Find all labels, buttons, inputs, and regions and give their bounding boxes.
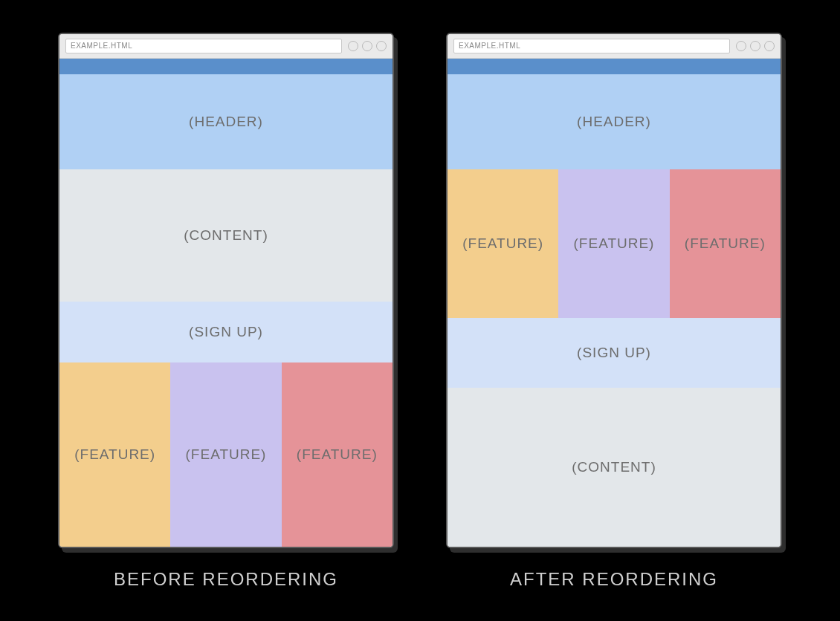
header-section: (HEADER) [59,74,392,169]
header-label: (HEADER) [577,114,651,130]
feature-label: (FEATURE) [574,235,655,252]
content-section: (CONTENT) [448,388,781,547]
window-controls [348,41,387,51]
feature-section-c: (FEATURE) [670,169,781,318]
url-bar[interactable]: EXAMPLE.HTML [65,39,342,53]
signup-section: (SIGN UP) [59,302,392,362]
nav-bar [59,59,392,74]
content-label: (CONTENT) [184,227,268,244]
feature-label: (FEATURE) [186,446,267,463]
window-dot-icon[interactable] [736,41,746,51]
nav-bar [448,59,781,74]
features-row: (FEATURE) (FEATURE) (FEATURE) [448,169,781,318]
before-caption: BEFORE REORDERING [114,569,338,590]
feature-section-b: (FEATURE) [558,169,669,318]
feature-label: (FEATURE) [462,235,543,252]
feature-label: (FEATURE) [74,446,155,463]
feature-label: (FEATURE) [297,446,378,463]
diagram-panels: EXAMPLE.HTML (HEADER) (CONTENT) (SIGN UP… [58,33,782,590]
window-dot-icon[interactable] [348,41,358,51]
feature-section-a: (FEATURE) [448,169,558,318]
before-panel: EXAMPLE.HTML (HEADER) (CONTENT) (SIGN UP… [58,33,394,590]
feature-section-b: (FEATURE) [170,362,281,547]
window-controls [736,41,775,51]
signup-section: (SIGN UP) [448,318,781,388]
page-body: (HEADER) (FEATURE) (FEATURE) (FEATURE) (… [448,74,781,547]
titlebar: EXAMPLE.HTML [59,34,392,59]
content-section: (CONTENT) [59,169,392,302]
window-dot-icon[interactable] [362,41,372,51]
window-dot-icon[interactable] [764,41,775,51]
feature-section-a: (FEATURE) [59,362,170,547]
header-label: (HEADER) [189,114,263,130]
url-text: EXAMPLE.HTML [71,42,132,50]
features-row: (FEATURE) (FEATURE) (FEATURE) [59,362,392,547]
page-body: (HEADER) (CONTENT) (SIGN UP) (FEATURE) (… [59,74,392,547]
header-section: (HEADER) [448,74,781,169]
feature-label: (FEATURE) [685,235,766,252]
browser-window-before: EXAMPLE.HTML (HEADER) (CONTENT) (SIGN UP… [58,33,394,548]
url-bar[interactable]: EXAMPLE.HTML [453,39,730,53]
feature-section-c: (FEATURE) [282,362,392,547]
url-text: EXAMPLE.HTML [459,42,520,50]
content-label: (CONTENT) [572,459,656,475]
titlebar: EXAMPLE.HTML [448,34,781,59]
window-dot-icon[interactable] [750,41,760,51]
signup-label: (SIGN UP) [189,324,263,340]
signup-label: (SIGN UP) [577,345,651,361]
after-caption: AFTER REORDERING [510,569,718,590]
window-dot-icon[interactable] [376,41,387,51]
browser-window-after: EXAMPLE.HTML (HEADER) (FEATURE) [446,33,782,548]
after-panel: EXAMPLE.HTML (HEADER) (FEATURE) [446,33,782,590]
